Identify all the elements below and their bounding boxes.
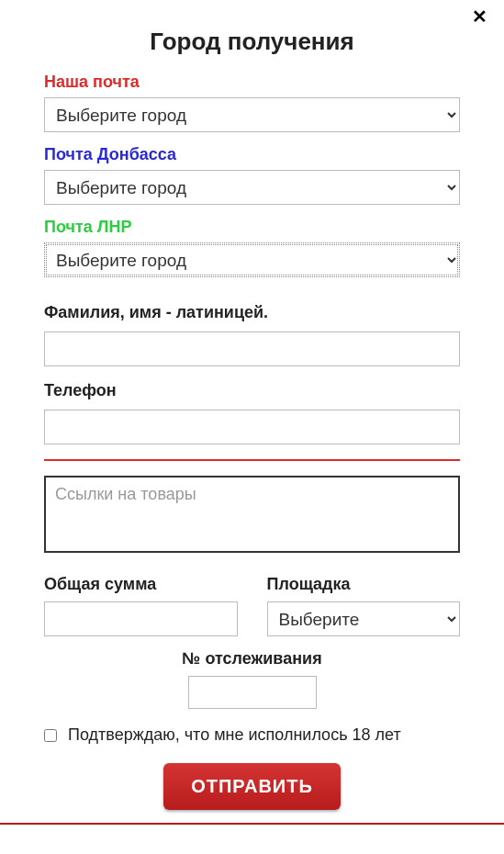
tracking-group: № отслеживания: [44, 649, 460, 709]
close-icon[interactable]: ✕: [472, 7, 487, 26]
total-label: Общая сумма: [44, 575, 238, 594]
product-links-textarea[interactable]: [44, 476, 460, 553]
fullname-label: Фамилия, имя - латиницей.: [44, 303, 460, 322]
pochta-donbassa-label: Почта Донбасса: [44, 145, 460, 164]
nasha-pochta-group: Наша почта Выберите город: [44, 73, 460, 132]
tracking-input[interactable]: [188, 676, 317, 709]
nasha-pochta-select[interactable]: Выберите город: [44, 97, 460, 132]
platform-select[interactable]: Выберите: [267, 601, 461, 636]
total-group: Общая сумма: [44, 575, 238, 636]
phone-group: Телефон: [44, 381, 460, 444]
platform-label: Площадка: [267, 575, 461, 594]
age-confirm-row: Подтверждаю, что мне исполнилось 18 лет: [44, 725, 460, 745]
form-container: Город получения Наша почта Выберите горо…: [0, 0, 504, 810]
submit-row: ОТПРАВИТЬ: [44, 763, 460, 810]
tracking-label: № отслеживания: [44, 649, 460, 669]
phone-label: Телефон: [44, 381, 460, 400]
fullname-group: Фамилия, имя - латиницей.: [44, 303, 460, 366]
phone-input[interactable]: [44, 410, 460, 444]
pochta-lnr-group: Почта ЛНР Выберите город: [44, 218, 460, 277]
page-title: Город получения: [44, 28, 460, 56]
platform-group: Площадка Выберите: [267, 575, 461, 636]
bottom-divider: [0, 823, 504, 825]
pochta-lnr-select[interactable]: Выберите город: [44, 242, 460, 277]
pochta-donbassa-group: Почта Донбасса Выберите город: [44, 145, 460, 205]
total-platform-row: Общая сумма Площадка Выберите: [44, 575, 460, 636]
submit-button[interactable]: ОТПРАВИТЬ: [163, 763, 341, 810]
nasha-pochta-label: Наша почта: [44, 73, 460, 92]
pochta-lnr-label: Почта ЛНР: [44, 218, 460, 237]
total-input[interactable]: [44, 601, 238, 636]
age-confirm-label: Подтверждаю, что мне исполнилось 18 лет: [68, 725, 401, 745]
pochta-donbassa-select[interactable]: Выберите город: [44, 170, 460, 205]
divider-red: [44, 459, 460, 461]
fullname-input[interactable]: [44, 331, 460, 366]
age-confirm-checkbox[interactable]: [44, 729, 57, 742]
